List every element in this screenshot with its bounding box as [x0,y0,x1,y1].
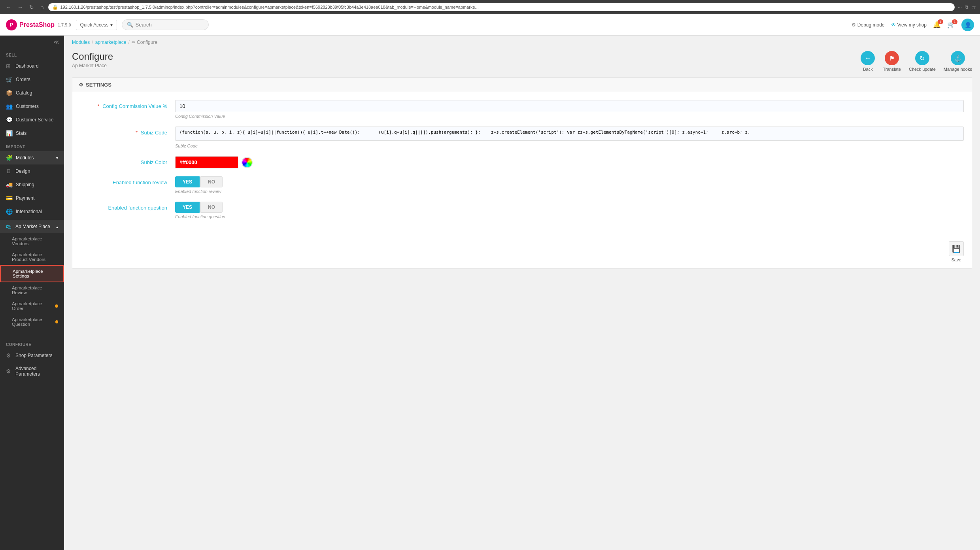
notifications-button[interactable]: 🔔 1 [933,21,941,28]
quick-access-button[interactable]: Quick Access ▾ [76,20,117,30]
sidebar-sub-apmarketplace-order[interactable]: Apmarketplace Order [0,298,64,314]
function-question-no-button[interactable]: NO [200,202,223,213]
quick-access-label: Quick Access [80,22,109,28]
design-icon: 🖥 [6,168,12,174]
commission-input[interactable] [175,100,964,112]
save-area: 💾 Save [72,235,972,268]
sidebar-item-customer-service[interactable]: 💬 Customer Service [0,113,64,127]
modules-arrow-icon: ▾ [56,156,58,160]
debug-mode-button[interactable]: ⚙ Debug mode [852,22,885,28]
stats-icon: 📊 [6,130,13,136]
quick-access-chevron-icon: ▾ [110,22,113,28]
search-input[interactable] [136,22,204,28]
subiz-code-label: * Subiz Code [80,127,167,136]
commission-label: * Config Commission Value % [80,100,167,109]
sidebar-label-stats: Stats [16,130,26,136]
function-review-toggle: YES NO [175,176,964,187]
header-right: ⚙ Debug mode 👁 View my shop 🔔 1 🛒 1 👤 [852,19,974,31]
nav-refresh-button[interactable]: ↻ [28,3,36,11]
function-review-yes-button[interactable]: YES [175,176,200,187]
subiz-color-input[interactable] [175,156,238,168]
search-bar[interactable]: 🔍 [122,19,209,30]
color-picker-button[interactable] [242,157,253,168]
sidebar-item-dashboard[interactable]: ⊞ Dashboard [0,59,64,73]
eye-icon: 👁 [891,22,896,28]
question-dot-badge [55,320,58,323]
brand-icon: P [6,19,17,30]
sidebar-label-shipping: Shipping [16,182,34,187]
sidebar-item-catalog[interactable]: 📦 Catalog [0,86,64,100]
sidebar-sub-apmarketplace-settings[interactable]: Apmarketplace Settings [0,265,64,282]
subiz-code-input[interactable]: (function(s, u, b, i, z){ u[i]=u[i]||fun… [175,127,964,141]
view-shop-label: View my shop [897,22,927,28]
function-review-no-button[interactable]: NO [200,176,223,187]
orders-icon: 🛒 [6,76,13,83]
sidebar-item-shop-parameters[interactable]: ⚙ Shop Parameters [0,349,64,362]
page-title-text: Configure [72,51,113,62]
sidebar-sublabel-settings: Apmarketplace Settings [13,269,57,278]
breadcrumb-apmarketplace[interactable]: apmarketplace [95,40,127,45]
sidebar-sub-apmarketplace-review[interactable]: Apmarketplace Review [0,282,64,298]
sidebar-item-ap-market-place[interactable]: 🛍 Ap Market Place ▴ [0,220,64,233]
sidebar-sub-apmarketplace-vendors[interactable]: Apmarketplace Vendors [0,233,64,249]
nav-home-button[interactable]: ⌂ [39,3,45,11]
sidebar-item-design[interactable]: 🖥 Design [0,164,64,178]
shipping-icon: 🚚 [6,181,13,188]
check-update-icon: ↻ [915,51,929,65]
sidebar-label-dashboard: Dashboard [15,63,39,69]
sidebar-label-customers: Customers [16,104,39,109]
nav-back-button[interactable]: ← [4,3,13,11]
browser-chrome: ← → ↻ ⌂ 🔒 192.168.1.26/prestashop/test/p… [0,0,980,14]
manage-hooks-button[interactable]: ⚓ Manage hooks [944,51,972,72]
form-row-subiz-color: Subiz Color [80,156,964,168]
breadcrumb-modules[interactable]: Modules [72,40,90,45]
sidebar-label-ap-market-place: Ap Market Place [15,224,50,229]
brand-name: PrestaShop [19,21,55,28]
international-icon: 🌐 [6,208,13,215]
commission-label-text: Config Commission Value % [102,103,167,109]
function-review-hint: Enabled function review [175,189,964,194]
function-question-label-text: Enabled function question [108,205,167,211]
alerts-button[interactable]: 🛒 1 [947,21,955,28]
view-shop-button[interactable]: 👁 View my shop [891,22,927,28]
browser-star-icon[interactable]: ☆ [972,4,976,10]
sidebar: ≪ SELL ⊞ Dashboard 🛒 Orders 📦 Catalog 👥 … [0,36,64,550]
sidebar-item-customers[interactable]: 👥 Customers [0,100,64,113]
nav-forward-button[interactable]: → [16,3,25,11]
browser-split-icon[interactable]: ⧉ [965,4,969,10]
sidebar-item-stats[interactable]: 📊 Stats [0,127,64,140]
commission-control: Config Commission Value [175,100,964,119]
check-update-button[interactable]: ↻ Check update [909,51,936,72]
breadcrumb-current: ✏ Configure [132,40,157,45]
sidebar-sublabel-product-vendors: Apmarketplace Product Vendors [12,252,58,262]
sidebar-item-orders[interactable]: 🛒 Orders [0,73,64,86]
sidebar-item-advanced-parameters[interactable]: ⚙ Advanced Parameters [0,362,64,380]
sidebar-item-international[interactable]: 🌐 International [0,205,64,218]
browser-menu-icon[interactable]: ··· [958,4,962,10]
sidebar-sublabel-question: Apmarketplace Question [12,317,55,327]
url-bar[interactable]: 🔒 192.168.1.26/prestashop/test/prestasho… [48,3,955,11]
user-avatar-button[interactable]: 👤 [961,19,974,31]
sidebar-item-payment[interactable]: 💳 Payment [0,191,64,205]
sidebar-sub-apmarketplace-question[interactable]: Apmarketplace Question [0,314,64,330]
function-question-yes-button[interactable]: YES [175,202,200,213]
sidebar-item-modules[interactable]: 🧩 Modules ▾ [0,151,64,164]
search-icon: 🔍 [127,22,133,28]
sidebar-label-orders: Orders [16,77,30,82]
sidebar-label-customer-service: Customer Service [16,117,53,123]
subiz-code-control: (function(s, u, b, i, z){ u[i]=u[i]||fun… [175,127,964,148]
function-question-control: YES NO Enabled function question [175,202,964,219]
back-button[interactable]: ← Back [861,51,875,72]
settings-card-header: ⚙ SETTINGS [72,78,972,92]
back-label: Back [863,67,872,72]
manage-hooks-icon: ⚓ [951,51,965,65]
sidebar-sub-apmarketplace-product-vendors[interactable]: Apmarketplace Product Vendors [0,249,64,265]
breadcrumb-sep-2: / [128,40,129,45]
advanced-parameters-icon: ⚙ [6,368,12,374]
save-button[interactable]: 💾 Save [949,241,964,262]
catalog-icon: 📦 [6,90,13,96]
form-row-function-question: Enabled function question YES NO Enabled… [80,202,964,219]
translate-button[interactable]: ⚑ Translate [883,51,901,72]
sidebar-item-shipping[interactable]: 🚚 Shipping [0,178,64,191]
sidebar-toggle-button[interactable]: ≪ [0,36,64,48]
